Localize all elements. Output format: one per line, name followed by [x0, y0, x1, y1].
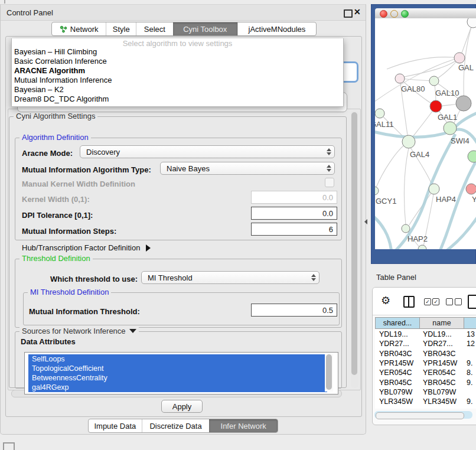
mi-steps-input[interactable]: 6 [251, 223, 337, 236]
network-node-gal10[interactable] [429, 76, 439, 86]
list-item[interactable]: SelfLoops [28, 354, 327, 364]
table-cell[interactable]: YDL19... [375, 330, 419, 338]
scrollbar-thumb[interactable] [326, 354, 332, 390]
network-edge-thick[interactable] [436, 162, 475, 249]
table-cell[interactable]: YBL079W [419, 388, 462, 396]
new-column-icon[interactable] [468, 295, 476, 309]
network-edge[interactable] [375, 58, 459, 105]
table-row[interactable]: YDL19...YDL19...13 [375, 330, 476, 339]
tab-select[interactable]: Select [136, 22, 173, 35]
table-cell[interactable]: YLR345W [375, 397, 419, 406]
network-node-y[interactable] [466, 184, 476, 194]
table-row[interactable]: YIL052CYIL052C9 [375, 406, 476, 409]
table-cell[interactable]: 12 [462, 340, 476, 348]
network-node[interactable] [418, 245, 426, 249]
zoom-traffic-light-icon[interactable] [401, 10, 409, 18]
apply-button[interactable]: Apply [161, 400, 203, 413]
network-edge[interactable] [409, 193, 431, 225]
network-edge[interactable] [387, 57, 459, 69]
table-cell[interactable]: 9. [462, 379, 476, 387]
mi-algorithm-type-combo[interactable]: Naive Bayes [160, 162, 335, 175]
network-node-swi4[interactable] [444, 122, 457, 135]
scrollbar-thumb[interactable] [351, 112, 357, 375]
settings-vertical-scrollbar[interactable] [351, 110, 358, 388]
list-item[interactable]: TopologicalCoefficient [28, 364, 327, 373]
minimized-panel-icon[interactable] [3, 442, 15, 450]
table-cell[interactable]: YIL052C [375, 407, 419, 409]
select-all-icon[interactable]: ✓ [424, 298, 431, 305]
table-cell[interactable]: YBL079W [375, 388, 419, 396]
aracne-mode-combo[interactable]: Discovery [80, 145, 335, 158]
network-node-gal11[interactable] [375, 109, 384, 118]
table-cell[interactable]: 9. [462, 397, 476, 406]
table-cell[interactable]: YDR27... [419, 340, 462, 348]
network-node-gal4[interactable] [402, 135, 415, 148]
tab-impute-data[interactable]: Impute Data [89, 419, 142, 432]
clear-selection-icon-2[interactable] [455, 298, 462, 305]
network-window-titlebar[interactable] [375, 8, 476, 19]
network-view-window[interactable]: GALGAL80GAL10GAL1GAL11SWI4GAL4GCY1HAP4YH… [371, 4, 476, 264]
scrollbar-thumb[interactable] [376, 412, 464, 419]
list-scrollbar[interactable] [325, 354, 333, 392]
network-node-gcy1[interactable] [375, 187, 379, 195]
network-node[interactable] [467, 18, 476, 28]
table-row[interactable]: YER054CYER054C8. [375, 368, 476, 377]
kernel-width-input[interactable]: 0.0 [251, 191, 337, 204]
table-row[interactable]: YBR045CYBR045C9. [375, 377, 476, 387]
close-traffic-light-icon[interactable] [380, 10, 387, 18]
tab-style[interactable]: Style [106, 22, 136, 35]
close-panel-icon[interactable]: ✕ [354, 7, 361, 17]
network-node[interactable] [456, 96, 471, 111]
hub-transcription-section[interactable]: Hub/Transcription Factor Definition [22, 243, 151, 252]
algorithm-option[interactable]: Mutual Information Inference [14, 76, 112, 85]
list-item[interactable]: BetweennessCentrality [28, 373, 327, 383]
tab-discretize-data[interactable]: Discretize Data [142, 419, 210, 432]
table-cell[interactable]: 9. [462, 359, 476, 367]
dpi-tolerance-input[interactable]: 0.0 [251, 207, 337, 220]
network-canvas[interactable]: GALGAL80GAL10GAL1GAL11SWI4GAL4GCY1HAP4YH… [375, 18, 476, 249]
table-cell[interactable]: 13 [462, 330, 476, 338]
list-item[interactable]: gal4RGexp [28, 383, 327, 392]
table-row[interactable]: YLR345WYLR345W9. [375, 397, 476, 406]
network-edge-thick[interactable] [375, 213, 392, 249]
table-cell[interactable]: YIL052C [419, 407, 462, 409]
network-node-gal[interactable] [454, 53, 465, 63]
minimize-traffic-light-icon[interactable] [390, 10, 398, 18]
tab-cyni-toolbox[interactable]: Cyni Toolbox [173, 22, 237, 35]
table-cell[interactable]: YER054C [375, 369, 419, 377]
table-cell[interactable]: 9 [462, 407, 476, 409]
tab-network[interactable]: Network [52, 22, 106, 35]
mi-threshold-input[interactable]: 0.5 [251, 304, 337, 317]
table-row[interactable]: YDR27...YDR27...12 [375, 339, 476, 348]
which-threshold-combo[interactable]: MI Threshold [141, 271, 319, 284]
network-edge-thick[interactable] [434, 213, 476, 249]
table-row[interactable]: YBL079WYBL079W [375, 387, 476, 397]
data-attributes-list[interactable]: SelfLoops TopologicalCoefficient Between… [24, 352, 338, 394]
table-cell[interactable]: YER054C [419, 369, 462, 377]
column-header-shared-name[interactable]: shared... [375, 317, 420, 329]
network-node-gal80[interactable] [395, 74, 405, 83]
table-cell[interactable]: YDR27... [375, 340, 419, 348]
table-cell[interactable]: YPR145W [375, 359, 419, 367]
network-edge[interactable] [376, 145, 404, 187]
network-edge[interactable] [404, 148, 409, 225]
table-cell[interactable]: YLR345W [419, 397, 462, 406]
clear-selection-icon[interactable] [446, 298, 453, 305]
table-cell[interactable]: YBR045C [375, 379, 419, 387]
algorithm-option-highlighted[interactable]: ARACNE Algorithm [14, 66, 85, 76]
table-cell[interactable]: 8. [462, 369, 476, 377]
select-all-icon-2[interactable]: ✓ [432, 298, 439, 305]
table-cell[interactable]: YDL19... [419, 330, 462, 338]
network-node[interactable] [468, 151, 476, 162]
tab-jactivemnodules[interactable]: jActiveMNodules [237, 22, 316, 35]
table-cell[interactable]: YPR145W [419, 359, 462, 367]
split-columns-icon[interactable] [403, 296, 415, 308]
manual-kernel-width-checkbox[interactable] [325, 178, 334, 187]
algorithm-option[interactable]: Dream8 DC_TDC Algorithm [14, 94, 109, 104]
algorithm-option[interactable]: Basic Correlation Inference [14, 57, 107, 66]
table-cell[interactable]: YBR043C [375, 350, 419, 358]
table-row[interactable]: YBR043CYBR043C [375, 349, 476, 358]
network-node-hap2[interactable] [402, 224, 410, 233]
column-header-third[interactable] [464, 317, 476, 329]
table-cell[interactable]: YBR045C [419, 379, 462, 387]
